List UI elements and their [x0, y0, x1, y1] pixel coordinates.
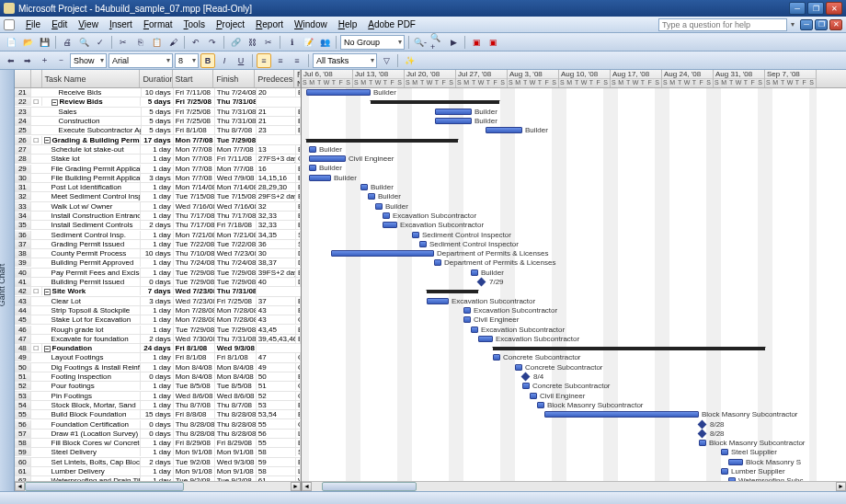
goto-icon[interactable]: ▶ — [446, 35, 461, 50]
menu-insert[interactable]: Insert — [104, 19, 138, 29]
help-search-input[interactable] — [658, 18, 787, 31]
task-name-cell[interactable]: Receive Bids — [42, 88, 142, 97]
table-row[interactable]: 23Sales5 daysFri 7/25/08Thu 7/31/0821Bui… — [15, 108, 301, 117]
task-name-cell[interactable]: Stake Lot for Excavation — [42, 315, 142, 324]
new-icon[interactable]: 📄 — [4, 35, 18, 50]
task-name-cell[interactable]: Walk Lot w/ Owner — [42, 202, 142, 211]
collapse-icon[interactable]: − — [44, 289, 51, 295]
gantt-hscroll[interactable]: ◄ ► — [302, 481, 846, 491]
col-duration[interactable]: Duration — [140, 70, 172, 87]
task-name-cell[interactable]: Rough grade lot — [42, 326, 142, 334]
task-name-cell[interactable]: Set Lintels, Bolts, Cap Block — [42, 458, 142, 466]
collapse-icon[interactable]: − — [44, 137, 51, 143]
task-bar[interactable] — [309, 175, 331, 181]
task-bar[interactable] — [463, 316, 471, 323]
notes-icon[interactable]: 📝 — [301, 35, 315, 50]
collapse-icon[interactable]: − — [44, 346, 51, 352]
task-name-cell[interactable]: Construction — [42, 117, 142, 125]
spelling-icon[interactable]: ✓ — [93, 35, 108, 50]
task-bar[interactable] — [471, 269, 478, 276]
task-bar[interactable] — [721, 468, 728, 475]
align-left-button[interactable]: ≡ — [257, 53, 271, 68]
table-row[interactable]: 27Schedule lot stake-out1 dayMon 7/7/08M… — [15, 145, 301, 155]
task-bar[interactable] — [544, 411, 699, 418]
menu-edit[interactable]: Edit — [46, 19, 73, 29]
task-bar[interactable] — [537, 402, 544, 408]
table-row[interactable]: 26□−Grading & Building Permits17 daysMon… — [15, 135, 301, 144]
milestone-icon[interactable] — [698, 419, 707, 429]
table-row[interactable]: 36Sediment Control Insp.1 dayMon 7/21/08… — [15, 230, 301, 239]
task-name-cell[interactable]: Sales — [42, 108, 142, 116]
task-bar[interactable] — [493, 354, 500, 361]
menu-help[interactable]: Help — [333, 19, 363, 29]
doc-close-button[interactable]: ✕ — [829, 19, 842, 30]
table-row[interactable]: 40Pay Permit Fees and Excise Taxe1 dayTu… — [15, 269, 301, 278]
summary-bar[interactable] — [493, 347, 765, 350]
table-row[interactable]: 34Install Construction Entrance1 dayThu … — [15, 212, 301, 221]
task-name-cell[interactable]: Install Sediment Controls — [42, 221, 142, 229]
milestone-icon[interactable] — [521, 372, 531, 382]
table-row[interactable]: 47Excavate for foundation2 daysWed 7/30/… — [15, 335, 301, 344]
group-dropdown[interactable]: No Group — [340, 35, 405, 50]
task-bar[interactable] — [419, 241, 427, 247]
table-row[interactable]: 35Install Sediment Controls2 daysThu 7/1… — [15, 221, 301, 230]
table-row[interactable]: 50Dig Footings & Install Reinforcing1 da… — [15, 363, 301, 372]
task-bar[interactable] — [522, 383, 530, 389]
table-row[interactable]: 42□−Site Work7 daysWed 7/23/08Thu 7/31/0… — [15, 287, 301, 296]
align-right-button[interactable]: ≡ — [290, 53, 304, 68]
undo-icon[interactable]: ↶ — [189, 35, 203, 50]
menu-format[interactable]: Format — [138, 19, 178, 29]
timescale[interactable]: Jul 6, '08SMTWTFSJul 13, '08SMTWTFSJul 2… — [302, 70, 846, 88]
bold-button[interactable]: B — [200, 53, 215, 68]
table-row[interactable]: 33Walk Lot w/ Owner1 dayWed 7/16/08Wed 7… — [15, 202, 301, 212]
task-bar[interactable] — [435, 109, 472, 115]
table-row[interactable]: 24Construction5 daysFri 7/25/08Thu 7/31/… — [15, 117, 301, 126]
menu-view[interactable]: View — [73, 19, 104, 29]
task-bar[interactable] — [383, 212, 390, 219]
table-row[interactable]: 31Post Lot Identification1 dayMon 7/14/0… — [15, 183, 301, 192]
doc-minimize-button[interactable]: ─ — [800, 19, 813, 30]
table-row[interactable]: 52Pour footings1 dayTue 8/5/08Tue 8/5/08… — [15, 382, 301, 391]
minimize-button[interactable]: ─ — [789, 2, 806, 15]
zoom-in-icon[interactable]: 🔍+ — [429, 35, 444, 50]
table-row[interactable]: 44Strip Topsoil & Stockpile1 dayMon 7/28… — [15, 306, 301, 315]
table-row[interactable]: 29File Grading Permit Application1 dayMo… — [15, 164, 301, 173]
gantt-body[interactable]: BuilderBuilderBuilderBuilderBuilderCivil… — [302, 88, 846, 491]
task-name-cell[interactable]: Foundation Certification — [42, 420, 142, 429]
task-name-cell[interactable]: −Foundation — [42, 344, 142, 352]
assign-icon[interactable]: 👥 — [317, 35, 332, 50]
save-icon[interactable]: 💾 — [37, 35, 51, 50]
table-row[interactable]: 41Building Permit Issued0 daysTue 7/29/0… — [15, 278, 301, 287]
split-icon[interactable]: ✂ — [261, 35, 276, 50]
open-icon[interactable]: 📂 — [20, 35, 35, 50]
task-bar[interactable] — [515, 364, 522, 371]
task-name-cell[interactable]: Clear Lot — [42, 297, 142, 305]
task-bar[interactable] — [699, 440, 706, 446]
autofilter-icon[interactable]: ▽ — [379, 53, 394, 68]
cut-icon[interactable]: ✂ — [116, 35, 131, 50]
col-pred[interactable]: Predecessors — [255, 70, 294, 87]
task-name-cell[interactable]: File Building Permit Application — [42, 174, 142, 182]
task-name-cell[interactable]: Pay Permit Fees and Excise Taxe — [42, 269, 142, 277]
task-name-cell[interactable]: Footing Inspection — [42, 372, 142, 381]
task-name-cell[interactable]: Excavate for foundation — [42, 335, 142, 343]
fontsize-dropdown[interactable]: 8 — [175, 53, 199, 68]
task-bar[interactable] — [368, 193, 375, 200]
wizard-icon[interactable]: ✨ — [402, 53, 417, 68]
preview-icon[interactable]: 🔍 — [76, 35, 91, 50]
underline-button[interactable]: U — [234, 53, 248, 68]
scroll-left-icon[interactable]: ◄ — [15, 482, 25, 491]
task-name-cell[interactable]: Layout Footings — [42, 353, 142, 361]
task-bar[interactable] — [309, 146, 316, 153]
font-dropdown[interactable]: Arial — [109, 53, 173, 68]
summary-bar[interactable] — [371, 100, 499, 104]
table-row[interactable]: 54Stock Block, Mortar, Sand1 dayThu 8/7/… — [15, 401, 301, 410]
task-bar[interactable] — [331, 250, 434, 257]
table-row[interactable]: 30File Building Permit Application3 days… — [15, 174, 301, 183]
task-bar[interactable] — [486, 127, 522, 133]
task-bar[interactable] — [721, 449, 728, 455]
col-id[interactable] — [15, 70, 31, 87]
menu-file[interactable]: File — [20, 19, 46, 29]
table-row[interactable]: 48□−Foundation24 daysFri 8/1/08Wed 9/3/0… — [15, 344, 301, 353]
task-bar[interactable] — [360, 184, 368, 190]
